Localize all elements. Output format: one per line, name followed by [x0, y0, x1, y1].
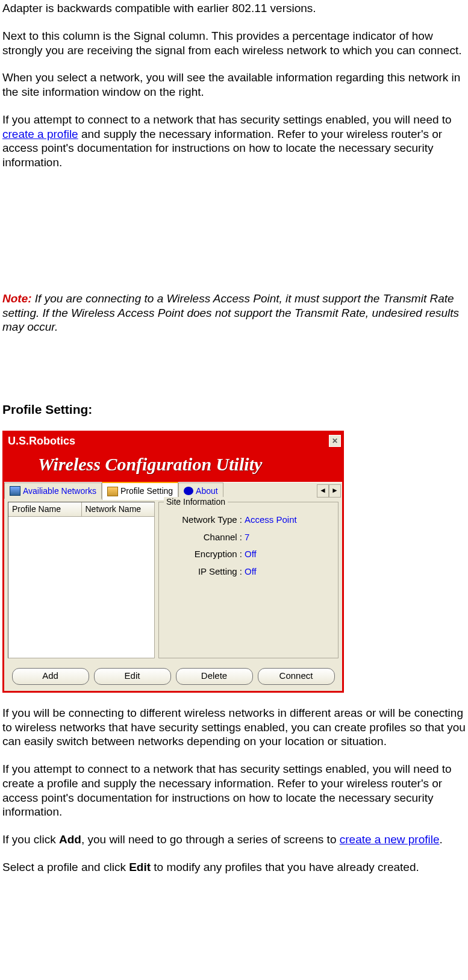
create-profile-link[interactable]: create a profile: [2, 128, 78, 140]
info-row-encryption: Encryption : Off: [164, 549, 333, 560]
help-icon: [184, 487, 193, 495]
note-paragraph: Note: If you are connecting to a Wireles…: [2, 292, 468, 334]
spacer: [2, 183, 468, 292]
titlebar: U.S.Robotics ✕: [4, 432, 342, 449]
label: IP Setting :: [164, 566, 245, 578]
connect-button[interactable]: Connect: [258, 668, 335, 685]
site-information-panel: Site Information Network Type : Access P…: [158, 502, 339, 658]
profile-setting-heading: Profile Setting:: [2, 402, 468, 417]
text: If you attempt to connect to a network t…: [2, 113, 452, 126]
note-text: If you are connecting to a Wireless Acce…: [2, 292, 459, 334]
edit-button[interactable]: Edit: [94, 668, 171, 685]
fieldset-label: Site Information: [164, 497, 228, 508]
tab-label: About: [196, 486, 218, 497]
profile-list[interactable]: Profile Name Network Name: [8, 502, 155, 658]
edit-bold: Edit: [129, 861, 151, 873]
add-button[interactable]: Add: [12, 668, 89, 685]
label: Encryption :: [164, 549, 245, 560]
add-bold: Add: [59, 833, 81, 846]
info-row-network-type: Network Type : Access Point: [164, 514, 333, 526]
info-row-ip-setting: IP Setting : Off: [164, 566, 333, 578]
scroll-right-button[interactable]: ►: [329, 484, 341, 498]
value: 7: [245, 532, 249, 543]
value: Off: [245, 549, 257, 560]
text: .: [440, 833, 443, 846]
note-label: Note:: [2, 292, 32, 305]
text: Select a profile and click: [2, 861, 129, 873]
paragraph-add: If you click Add, you will need to go th…: [2, 832, 468, 847]
text: to modify any profiles that you have alr…: [151, 861, 419, 873]
paragraph-security: If you attempt to connect to a network t…: [2, 113, 468, 170]
paragraph-security-2: If you attempt to connect to a network t…: [2, 762, 468, 819]
close-icon[interactable]: ✕: [329, 435, 341, 447]
list-rows: [8, 517, 154, 658]
paragraph-signal: Next to this column is the Signal column…: [2, 29, 468, 58]
delete-button[interactable]: Delete: [176, 668, 253, 685]
create-new-profile-link[interactable]: create a new profile: [340, 833, 440, 846]
text: If you click: [2, 833, 59, 846]
logo-text: U.S.Robotics: [8, 434, 75, 448]
tab-label: Availiable Networks: [23, 486, 96, 497]
utility-body: Profile Name Network Name Site Informati…: [4, 499, 342, 664]
pencil-icon: [107, 487, 118, 496]
paragraph-select: When you select a network, you will see …: [2, 70, 468, 99]
spacer: [2, 348, 468, 402]
value: Off: [245, 566, 257, 578]
paragraph-profiles-intro: If you will be connecting to different w…: [2, 706, 468, 749]
monitor-icon: [10, 486, 20, 496]
window-title: Wireless Configuration Utility: [4, 449, 342, 482]
wireless-config-utility-window: U.S.Robotics ✕ Wireless Configuration Ut…: [2, 431, 344, 693]
paragraph-edit: Select a profile and click Edit to modif…: [2, 860, 468, 875]
value: Access Point: [245, 514, 297, 526]
tab-available-networks[interactable]: Availiable Networks: [4, 482, 102, 499]
scroll-left-button[interactable]: ◄: [317, 484, 329, 498]
button-row: Add Edit Delete Connect: [4, 664, 342, 691]
tab-scroll: ◄ ►: [317, 484, 342, 498]
label: Network Type :: [164, 514, 245, 526]
label: Channel :: [164, 532, 245, 543]
info-row-channel: Channel : 7: [164, 532, 333, 543]
paragraph-compat: Adapter is backwards compatible with ear…: [2, 1, 468, 16]
col-network-name[interactable]: Network Name: [82, 502, 155, 517]
list-header: Profile Name Network Name: [8, 502, 154, 517]
text: , you will need to go through a series o…: [81, 833, 340, 846]
col-profile-name[interactable]: Profile Name: [8, 502, 82, 517]
tab-label: Profile Setting: [120, 486, 173, 497]
